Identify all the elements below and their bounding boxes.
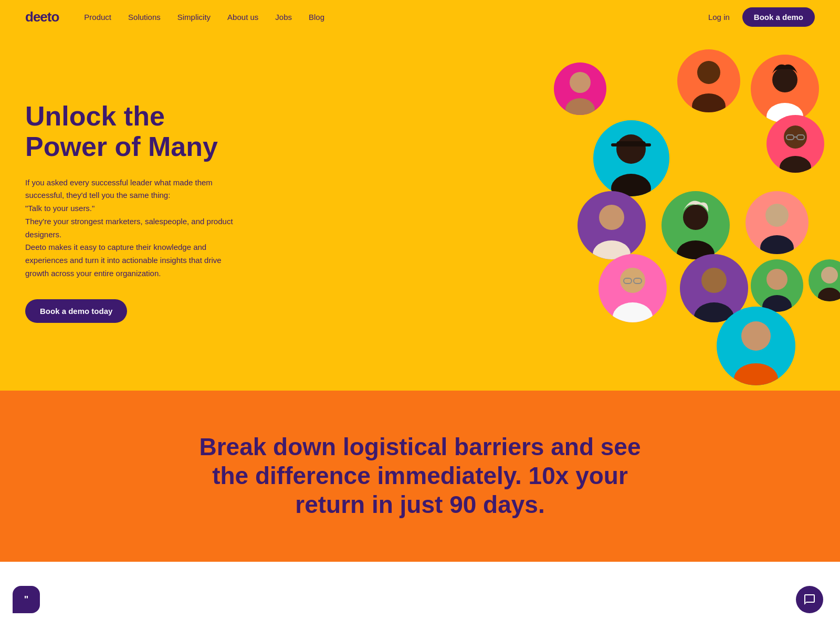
avatar-7	[662, 191, 730, 259]
nav-right: Log in Book a demo	[708, 7, 815, 27]
svg-point-2	[616, 134, 646, 164]
svg-point-30	[818, 288, 840, 301]
svg-point-7	[692, 93, 726, 112]
svg-point-17	[683, 205, 708, 230]
avatar-8	[746, 191, 808, 254]
hero-body: If you asked every successful leader wha…	[25, 176, 246, 280]
avatar-grid	[472, 34, 840, 391]
svg-point-22	[613, 302, 653, 322]
svg-point-31	[741, 321, 771, 351]
avatar-13	[717, 307, 795, 385]
svg-point-19	[765, 204, 789, 227]
hero-text-block: Unlock the Power of Many If you asked ev…	[25, 101, 246, 322]
svg-point-6	[697, 61, 720, 84]
nav-simplicity[interactable]: Simplicity	[177, 13, 211, 22]
avatar-2	[593, 120, 669, 196]
navbar: deeto Product Solutions Simplicity About…	[0, 0, 840, 34]
svg-point-15	[599, 205, 624, 230]
svg-point-27	[766, 269, 788, 290]
svg-point-25	[701, 268, 727, 293]
avatar-3	[677, 49, 740, 112]
nav-product[interactable]: Product	[84, 13, 111, 22]
svg-point-8	[772, 67, 797, 92]
nav-about[interactable]: About us	[227, 13, 258, 22]
avatar-5	[766, 115, 824, 173]
avatar-4	[751, 55, 819, 123]
nav-links: Product Solutions Simplicity About us Jo…	[84, 13, 708, 22]
avatar-12	[808, 259, 840, 301]
login-link[interactable]: Log in	[708, 13, 730, 22]
hero-cta-button[interactable]: Book a demo today	[25, 299, 127, 323]
svg-point-11	[780, 156, 811, 173]
nav-blog[interactable]: Blog	[309, 13, 324, 22]
avatar-6	[578, 191, 646, 259]
section2-text: Break down logistical barriers and see t…	[189, 433, 651, 520]
svg-rect-5	[611, 143, 651, 146]
nav-solutions[interactable]: Solutions	[128, 13, 161, 22]
nav-jobs[interactable]: Jobs	[275, 13, 292, 22]
logo[interactable]: deeto	[25, 9, 59, 25]
section2: Break down logistical barriers and see t…	[0, 391, 840, 562]
logo-text: deeto	[25, 9, 59, 25]
svg-point-0	[570, 72, 591, 93]
svg-point-32	[734, 363, 778, 385]
avatar-1	[554, 62, 606, 115]
svg-point-1	[565, 98, 595, 115]
avatar-9	[598, 254, 667, 322]
avatar-11	[751, 259, 803, 312]
nav-book-demo-button[interactable]: Book a demo	[742, 7, 815, 27]
svg-point-20	[760, 235, 794, 254]
hero-title: Unlock the Power of Many	[25, 101, 246, 161]
svg-point-29	[821, 267, 838, 284]
hero-section: Unlock the Power of Many If you asked ev…	[0, 34, 840, 391]
